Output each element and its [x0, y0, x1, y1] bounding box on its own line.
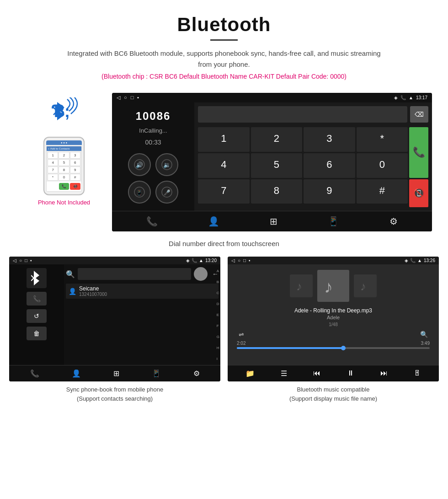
numpad-key-6[interactable]: 6 [304, 153, 355, 178]
music-toolbar-next-icon[interactable]: ⏭ [380, 369, 388, 378]
numpad-key-4[interactable]: 4 [198, 153, 250, 178]
pb-toolbar-calls-icon[interactable]: 📞 [30, 369, 39, 378]
numpad-key-2[interactable]: 2 [251, 127, 303, 152]
music-search-icon[interactable]: 🔍 [420, 331, 428, 338]
music-toolbar-prev-icon[interactable]: ⏮ [313, 369, 320, 378]
toolbar-calls-icon[interactable]: 📞 [146, 216, 158, 227]
music-nav-icons: ◁ ○ □ ▪ [231, 258, 251, 263]
pb-home-icon[interactable]: ○ [19, 258, 22, 263]
transfer-button[interactable]: 📱 [128, 181, 151, 204]
toolbar-transfer-icon[interactable]: 📱 [328, 216, 339, 227]
music-caption: Bluetooth music compatible (Support disp… [289, 385, 377, 403]
pb-scroll-button[interactable] [194, 267, 208, 281]
svg-text:🔉: 🔉 [163, 161, 171, 169]
svg-line-13 [31, 275, 34, 278]
music-home-icon[interactable]: ○ [238, 258, 240, 263]
phone-key-8[interactable]: 8 [59, 166, 69, 173]
phone-key-4[interactable]: 4 [48, 159, 58, 166]
pb-alpha-g[interactable]: G [217, 335, 219, 339]
phone-numpad: 1 2 3 4 5 6 7 8 9 * 0 # [47, 151, 81, 182]
numpad-key-hash[interactable]: # [357, 179, 408, 204]
numpad-key-3[interactable]: 3 [304, 127, 355, 152]
spec-line: (Bluetooth chip : CSR BC6 Default Blueto… [9, 73, 439, 80]
numpad-key-5[interactable]: 5 [251, 153, 303, 178]
numpad-key-9[interactable]: 9 [304, 179, 355, 204]
pb-alpha-c[interactable]: C [217, 291, 219, 295]
phone-key-5[interactable]: 5 [59, 159, 69, 166]
end-call-button[interactable]: 📵 [409, 179, 428, 208]
pb-alpha-i[interactable]: I [217, 357, 219, 361]
phone-call-button[interactable]: 📞 [59, 183, 69, 190]
recents-icon[interactable]: □ [131, 95, 134, 101]
pb-alpha-b[interactable]: B [217, 280, 219, 284]
music-shuffle-icon[interactable]: ⇌ [239, 331, 244, 338]
pb-alpha-h[interactable]: H [217, 346, 219, 350]
phone-key-0[interactable]: 0 [59, 174, 69, 181]
numpad-key-1[interactable]: 1 [198, 127, 250, 152]
phonebook-item: ◁ ○ □ ▪ ◈ 📞 ▲ 13:20 [9, 257, 220, 403]
phonebook-screen: ◁ ○ □ ▪ ◈ 📞 ▲ 13:20 [9, 257, 220, 381]
back-icon[interactable]: ◁ [117, 95, 120, 101]
phonebook-caption-line2: (Support contacts searching) [77, 395, 153, 402]
pb-search-row: 🔍 ← [66, 267, 219, 281]
phone-key-1[interactable]: 1 [48, 152, 58, 159]
pb-alpha-a[interactable]: A [217, 269, 219, 273]
music-track-info: 1/48 [329, 322, 337, 327]
numpad-key-8[interactable]: 8 [251, 179, 303, 204]
pb-toolbar-keypad-icon[interactable]: ⊞ [113, 369, 119, 378]
mic-button[interactable]: 🎤 [155, 181, 178, 204]
pb-delete-button[interactable]: 🗑 [27, 327, 47, 340]
music-album-area: ♪ ♪ ♪ [290, 270, 377, 302]
toolbar-contacts-icon[interactable]: 👤 [208, 216, 219, 227]
page-header: Bluetooth Integrated with BC6 Bluetooth … [0, 0, 448, 93]
dial-left-panel: 10086 InCalling... 00:33 🔊 [112, 102, 194, 211]
music-toolbar-list-icon[interactable]: ☰ [281, 369, 287, 378]
numpad-key-star[interactable]: * [357, 127, 408, 152]
toolbar-settings-icon[interactable]: ⚙ [389, 216, 398, 227]
phone-key-6[interactable]: 6 [70, 159, 80, 166]
pb-contact-name: Seicane [79, 285, 107, 292]
music-album-current: ♪ [317, 270, 349, 302]
pb-back-icon[interactable]: ◁ [13, 258, 16, 263]
toolbar-keypad-icon[interactable]: ⊞ [270, 216, 277, 227]
volume-up-button[interactable]: 🔊 [128, 153, 151, 176]
phone-key-hash[interactable]: # [70, 174, 80, 181]
mic-icon: 🎤 [161, 186, 173, 198]
music-toolbar-play-pause-icon[interactable]: ⏸ [347, 369, 354, 378]
phone-key-3[interactable]: 3 [70, 152, 80, 159]
pb-contact-item[interactable]: 👤 Seicane 13241007000 [66, 284, 219, 299]
top-row: Ɓ; ● ● ● [9, 93, 439, 231]
music-recents-icon[interactable]: □ [243, 258, 246, 263]
pb-toolbar-contacts-icon[interactable]: 👤 [72, 369, 81, 378]
call-button[interactable]: 📞 [409, 127, 428, 178]
pb-alpha-d[interactable]: D [217, 302, 219, 306]
phone-key-7[interactable]: 7 [48, 166, 58, 173]
pb-toolbar-settings-icon[interactable]: ⚙ [193, 369, 200, 378]
music-main-area: ♪ ♪ ♪ A [228, 264, 439, 365]
progress-times: 2:02 3:49 [237, 341, 430, 346]
phone-end-button[interactable]: 📵 [70, 183, 80, 190]
music-toolbar-folder-icon[interactable]: 📁 [245, 369, 255, 378]
phone-key-2[interactable]: 2 [59, 152, 69, 159]
pb-search-input[interactable] [78, 268, 191, 280]
phone-bottom-btns: 📞 📵 [47, 182, 81, 191]
volume-down-button[interactable]: 🔉 [155, 153, 178, 176]
pb-recents-icon[interactable]: □ [25, 258, 27, 263]
backspace-button[interactable]: ⌫ [410, 106, 428, 123]
pb-phone-button[interactable]: 📞 [27, 292, 47, 306]
music-progress-bar[interactable] [237, 347, 430, 349]
pb-toolbar-transfer-icon[interactable]: 📱 [152, 369, 161, 378]
pb-contact-phone: 13241007000 [79, 292, 107, 297]
phonebook-caption: Sync phone-book from mobile phone (Suppo… [66, 385, 163, 403]
music-toolbar-eq-icon[interactable]: 🎚 [414, 369, 421, 378]
numpad-key-7[interactable]: 7 [198, 179, 250, 204]
pb-alpha-f[interactable]: F [217, 324, 219, 328]
music-back-icon[interactable]: ◁ [231, 258, 235, 263]
pb-alpha-e[interactable]: E [217, 313, 219, 317]
music-note-small-left-icon: ♪ [294, 278, 308, 294]
phone-key-star[interactable]: * [48, 174, 58, 181]
home-icon[interactable]: ○ [124, 95, 127, 101]
pb-refresh-button[interactable]: ↺ [27, 309, 47, 323]
phone-key-9[interactable]: 9 [70, 166, 80, 173]
numpad-key-0[interactable]: 0 [357, 153, 408, 178]
